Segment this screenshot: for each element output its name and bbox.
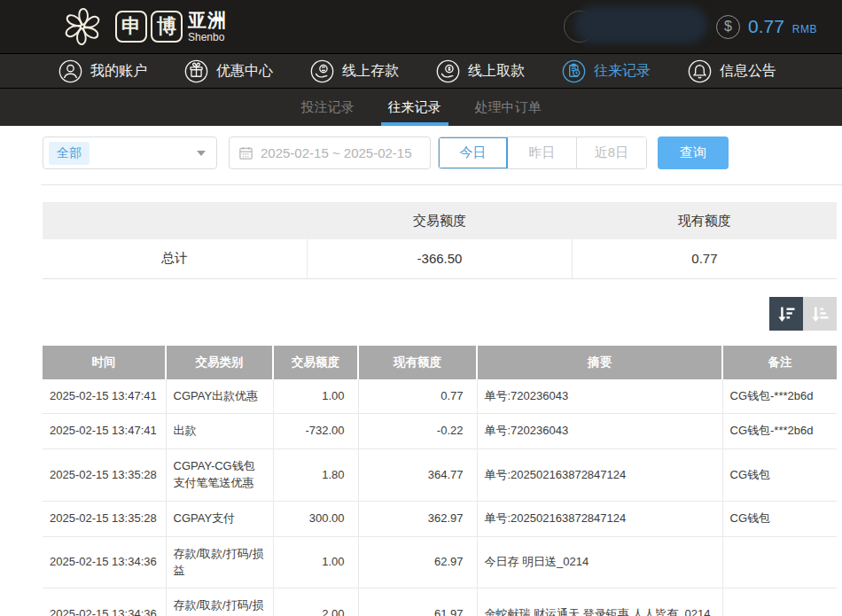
chevron-down-icon [197,151,206,156]
summary-table: 交易额度 现有额度 总计 -366.50 0.77 [43,202,837,279]
col-type: 交易类别 [166,346,273,379]
records-icon [562,59,586,83]
col-balance: 现有额度 [358,346,477,379]
col-amount: 交易额度 [273,346,358,379]
sort-descending-icon [776,303,797,324]
balance-amount: 0.77 [748,16,784,37]
cell-type: 出款 [166,414,273,449]
cell-balance: 362.97 [358,501,477,536]
cell-remark: CG钱包-***2b6d [722,414,837,449]
cell-balance: 62.97 [358,536,477,589]
top-header: 申 博 亚洲 Shenbo $ 0.77 RMB [0,0,842,53]
col-time: 时间 [43,346,166,379]
logo-region: 亚洲 [188,11,227,29]
date-range-input[interactable]: 2025-02-15 ~ 2025-02-15 [229,136,431,169]
cell-type: CGPAY-CG钱包支付笔笔送优惠 [166,449,273,502]
table-row: 2025-02-15 13:35:28 CGPAY支付 300.00 362.9… [43,501,837,536]
category-select[interactable]: 全部 [43,136,217,169]
nav-deposit[interactable]: 线上存款 [310,59,399,83]
nav-promotions[interactable]: 优惠中心 [184,59,273,83]
nav-label: 优惠中心 [216,62,273,81]
col-remark: 备注 [722,346,837,379]
cell-amount: 1.80 [273,449,358,502]
record-subtabs: 投注记录 往来记录 处理中订单 [0,89,842,126]
cell-balance: 61.97 [358,589,477,616]
cell-summary: 金蛇献瑞 财运通天 登录钜惠 人人皆有_0214 [477,589,722,616]
balance-display[interactable]: $ 0.77 RMB [716,0,817,53]
summary-total-amount: -366.50 [308,239,573,278]
nav-records[interactable]: 往来记录 [562,59,651,83]
query-button[interactable]: 查询 [658,136,729,169]
cell-balance: 0.77 [358,379,477,414]
brand-logo[interactable]: 申 博 亚洲 Shenbo [57,2,227,51]
sort-ascending-icon [809,303,830,324]
summary-col-balance: 现有额度 [572,202,837,239]
filter-bar: 全部 2025-02-15 ~ 2025-02-15 今日 昨日 近8日 查询 [0,126,842,169]
cell-type: CGPAY支付 [166,501,273,536]
cell-summary: 单号:720236043 [477,414,722,449]
nav-label: 线上存款 [342,62,399,81]
logo-char-shen: 申 [115,11,147,43]
cell-remark [722,589,837,616]
table-header-row: 时间 交易类别 交易额度 现有额度 摘要 备注 [43,346,837,379]
cell-remark: CG钱包-***2b6d [722,379,837,414]
summary-total-row: 总计 -366.50 0.77 [43,239,837,278]
sort-ascending-button[interactable] [803,297,837,331]
category-selected-value: 全部 [49,142,90,165]
summary-col-amount: 交易额度 [308,202,573,239]
sort-descending-button[interactable] [769,297,803,331]
cell-summary: 今日存 明日送_0214 [477,536,722,589]
quick-range-group: 今日 昨日 近8日 [438,136,647,169]
gift-icon [184,59,208,83]
withdraw-icon [436,59,460,83]
redacted-username [574,6,707,43]
tab-transaction-records[interactable]: 往来记录 [385,89,445,126]
nav-announcements[interactable]: 信息公告 [688,59,776,83]
cell-amount: 300.00 [273,501,358,536]
logo-char-bo: 博 [151,11,183,43]
table-row: 2025-02-15 13:34:36 存款/取款/打码/损益 1.00 62.… [43,536,837,589]
transactions-table: 时间 交易类别 交易额度 现有额度 摘要 备注 2025-02-15 13:47… [43,346,837,616]
calendar-icon [238,145,253,160]
cell-type: 存款/取款/打码/损益 [166,536,273,589]
cell-remark: CG钱包 [722,501,837,536]
nav-label: 往来记录 [594,62,651,81]
cell-balance: -0.22 [358,414,477,449]
range-yesterday-button[interactable]: 昨日 [508,137,577,168]
dollar-coin-icon: $ [716,15,740,39]
cell-time: 2025-02-15 13:35:28 [43,449,166,502]
cell-balance: 364.77 [358,449,477,502]
cell-time: 2025-02-15 13:34:36 [43,536,166,589]
cell-amount: -732.00 [273,414,358,449]
user-icon [58,59,82,83]
table-row: 2025-02-15 13:47:41 出款 -732.00 -0.22 单号:… [43,414,837,449]
cell-time: 2025-02-15 13:47:41 [43,379,166,414]
summary-col-blank [43,202,308,239]
logo-name-en: Shenbo [188,32,227,43]
deposit-icon [310,59,334,83]
cell-amount: 1.00 [273,536,358,589]
summary-total-label: 总计 [43,239,308,278]
tab-pending-orders[interactable]: 处理中订单 [472,89,545,126]
logo-text: 亚洲 Shenbo [188,11,227,43]
col-summary: 摘要 [477,346,722,379]
nav-label: 我的账户 [90,62,147,81]
cell-amount: 1.00 [273,379,358,414]
range-last8days-button[interactable]: 近8日 [577,137,646,168]
cell-type: CGPAY出款优惠 [166,379,273,414]
cell-amount: 2.00 [273,589,358,616]
cell-time: 2025-02-15 13:34:36 [43,589,166,616]
date-range-value: 2025-02-15 ~ 2025-02-15 [261,145,412,160]
nav-my-account[interactable]: 我的账户 [58,59,147,83]
cell-type: 存款/取款/打码/损益 [166,589,273,616]
range-today-button[interactable]: 今日 [439,137,508,168]
nav-withdraw[interactable]: 线上取款 [436,59,525,83]
cell-summary: 单号:202502163872847124 [477,449,722,502]
cell-time: 2025-02-15 13:35:28 [43,501,166,536]
flower-logo-icon [57,2,108,51]
tab-betting-records[interactable]: 投注记录 [298,89,358,126]
cell-time: 2025-02-15 13:47:41 [43,414,166,449]
table-row: 2025-02-15 13:34:36 存款/取款/打码/损益 2.00 61.… [43,589,837,616]
summary-header-row: 交易额度 现有额度 [43,202,837,239]
sort-controls [0,297,837,331]
